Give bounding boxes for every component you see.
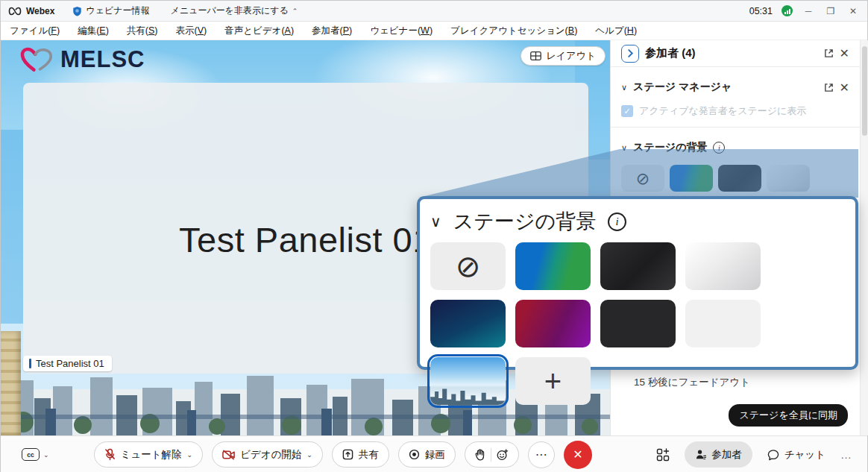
share-icon [342,449,353,460]
camera-off-icon [222,450,235,460]
person-icon [695,449,706,460]
close-stage-manager-icon[interactable]: ✕ [840,81,849,95]
background-swatch-light-gray[interactable] [685,300,761,347]
mic-muted-icon [104,448,116,461]
melsc-heart-icon [20,45,54,75]
reactions-emoji-icon[interactable] [497,449,509,461]
background-swatch-silver-white[interactable] [767,165,810,192]
menu-item-b[interactable]: ブレイクアウトセッション(B) [450,25,577,37]
chat-bubble-icon [767,449,779,461]
stage-background-zoom-popup: ∨ ステージの背景 i ⊘+ [417,196,858,370]
raise-hand-icon[interactable] [475,449,485,461]
more-icon: ⋯ [535,447,547,462]
background-swatch-none[interactable]: ⊘ [621,165,664,192]
info-icon[interactable]: i [608,213,626,231]
background-swatch-city-photo[interactable] [430,357,506,405]
background-swatch-silver-white[interactable] [685,242,761,290]
background-swatch-navy-teal-gradient[interactable] [430,300,506,347]
background-swatch-black[interactable] [600,300,676,347]
speaker-title: Test Panelist 01 [179,197,433,260]
record-icon [409,449,420,460]
collapse-panel-button[interactable] [621,45,639,63]
background-swatch-blue-green-gradient[interactable] [515,242,591,290]
background-swatch-add[interactable]: + [515,357,591,405]
control-toolbar: cc ⌄ ミュート解除 ⌄ ビデオの開始 ⌄ 共有 [1,435,867,472]
layout-button[interactable]: レイアウト [521,46,606,66]
chevron-down-icon[interactable]: ⌄ [306,451,312,459]
popout-icon[interactable] [824,48,834,58]
popout-icon[interactable] [824,83,834,92]
menu-item-h[interactable]: ヘルプ(H) [595,25,637,37]
participants-header: 参加者 (4) [645,46,696,60]
reactions-button-group [465,441,519,468]
chat-toggle-button[interactable]: チャット [767,448,825,462]
close-panel-icon[interactable]: ✕ [840,46,849,60]
hide-menubar-button[interactable]: メニューバーを非表示にする ⌃ [171,4,298,17]
connection-quality-icon[interactable] [781,5,793,16]
minimize-button[interactable]: ─ [802,6,815,16]
close-window-button[interactable]: ✕ [846,6,860,16]
app-name: Webex [26,6,54,16]
start-video-button[interactable]: ビデオの開始 ⌄ [212,441,323,468]
record-button[interactable]: 録画 [398,441,456,468]
chevron-down-icon[interactable]: ∨ [621,83,627,92]
popup-title: ステージの背景 [453,208,597,235]
participants-toggle-button[interactable]: 参加者 [685,441,752,468]
titlebar: Webex ウェビナー情報 メニューバーを非表示にする ⌃ 05:31 ─ ❐ … [1,1,867,22]
chevron-up-icon: ⌃ [292,7,298,15]
chevron-down-icon[interactable]: ∨ [430,213,441,230]
stage-background-header: ステージの背景 [633,141,707,154]
active-speaker-toggle[interactable]: ✓ アクティブな発言者をステージに表示 [611,101,860,128]
info-icon[interactable]: i [713,142,725,154]
webinar-info-button[interactable]: ウェビナー情報 [72,4,149,17]
menu-item-a[interactable]: 音声とビデオ(A) [224,25,294,37]
background-swatch-dark-charcoal[interactable] [600,242,676,290]
toolbar-overflow-button[interactable]: … [840,448,852,461]
menu-item-s[interactable]: 共有(S) [127,25,158,37]
participant-name-label: Test Panelist 01 [23,356,112,371]
menu-item-p[interactable]: 参加者(P) [312,25,352,37]
layout-grid-icon [530,51,541,60]
chevron-down-icon[interactable]: ⌄ [187,451,193,459]
building-decoration [1,331,21,435]
leave-meeting-button[interactable]: ✕ [564,441,592,469]
background-swatch-crimson-purple-gradient[interactable] [515,300,591,347]
apps-button[interactable] [656,448,670,462]
meeting-timer: 05:31 [749,6,773,16]
checkbox-checked-icon[interactable]: ✓ [621,105,633,117]
background-swatch-dark-charcoal[interactable] [718,165,761,192]
restore-button[interactable]: ❐ [824,6,837,16]
menu-item-f[interactable]: ファイル(F) [10,25,60,37]
webex-window: Webex ウェビナー情報 メニューバーを非表示にする ⌃ 05:31 ─ ❐ … [0,0,868,472]
cc-icon: cc [22,448,40,461]
sky-patch [1,130,23,324]
menubar: ファイル(F)編集(E)共有(S)表示(V)音声とビデオ(A)参加者(P)ウェビ… [1,22,867,40]
none-icon: ⊘ [456,249,481,283]
speaking-indicator [29,359,31,368]
add-background-icon: + [544,365,562,398]
shield-icon [72,6,82,16]
none-icon: ⊘ [636,169,650,188]
menu-item-w[interactable]: ウェビナー(W) [370,25,433,37]
brand-name: MELSC [60,46,145,73]
background-swatch-none[interactable]: ⊘ [430,242,506,290]
menu-item-v[interactable]: 表示(V) [176,25,207,37]
more-options-button[interactable]: ⋯ [528,441,555,468]
background-swatch-blue-green-gradient[interactable] [670,165,713,192]
brand-logo: MELSC [20,45,145,75]
share-button[interactable]: 共有 [332,441,389,468]
panel-scrollbar[interactable] [860,40,868,435]
closed-captions-button[interactable]: cc ⌄ [22,448,49,461]
sync-stage-button[interactable]: ステージを全員に同期 [729,404,848,427]
webex-logo-icon [8,6,22,16]
unmute-button[interactable]: ミュート解除 ⌄ [94,441,204,468]
chevron-down-icon[interactable]: ∨ [621,143,627,153]
stage-manager-header: ステージ マネージャ [633,81,732,94]
close-icon: ✕ [573,447,582,462]
chevron-down-icon: ⌄ [43,451,49,459]
menu-item-e[interactable]: 編集(E) [78,25,109,37]
popup-swatch-grid: ⊘+ [430,238,845,405]
